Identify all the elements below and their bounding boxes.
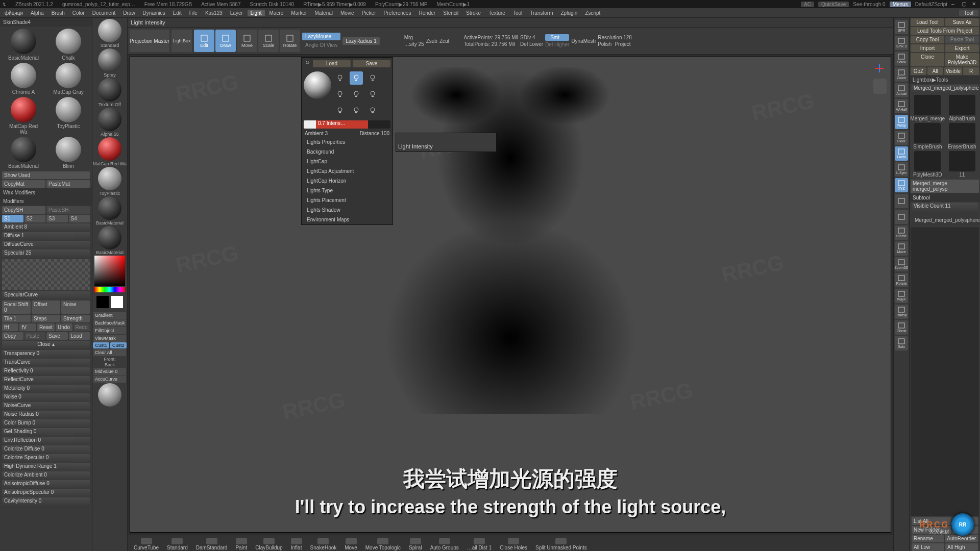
slider-transcurve[interactable]: TransCurve [2,359,90,367]
slider-colorize[interactable]: Colorize Specular 0 [2,454,90,462]
light-ambient-slider[interactable]: Ambient 3 [305,131,328,136]
accu-slider[interactable]: AccuCurve [93,375,126,383]
brush-standard[interactable]: Standard [167,538,188,550]
dynamesh-button[interactable]: DynaMesh [571,38,596,44]
bfm-button[interactable]: BackfaceMask [93,319,126,327]
slider-reflectivity[interactable]: Reflectivity 0 [2,367,90,375]
menu-brush[interactable]: Brush [48,10,68,16]
subtool-row[interactable]: Merged_merged_polysphere 👁 [911,212,979,228]
slider-noise[interactable]: Noise 0 [2,393,90,402]
nav-transp[interactable]: Transp [895,305,908,319]
light-section-lights type[interactable]: Lights Type [302,186,393,195]
nav-floor[interactable]: Floor [895,131,908,145]
copymat-button[interactable]: CopyMat [2,180,45,188]
rename-button[interactable]: Rename [912,535,944,542]
clear-all-button[interactable]: Clear All [93,349,126,356]
nav-blank[interactable] [895,194,908,208]
slider-specular[interactable]: Specular 25 [2,249,90,258]
quickpick-standard[interactable] [98,19,121,42]
menu-document[interactable]: Document [89,10,119,16]
quickpick-toyplastic[interactable] [98,167,121,190]
brush-claybuildup[interactable]: ClayBuildup [255,538,282,550]
menu-marker[interactable]: Marker [288,10,310,16]
brush-split unmasked points[interactable]: Split Unmasked Points [535,538,587,550]
save as-button[interactable]: Save As [945,18,979,26]
load-button[interactable]: Load [69,332,90,340]
menu-transform[interactable]: Transform [527,10,556,16]
menu-render[interactable]: Render [415,10,438,16]
minimize-icon[interactable]: – [951,1,958,7]
menu-zplugin[interactable]: Zplugin [558,10,581,16]
slider-metalicity[interactable]: Metalicity 0 [2,385,90,393]
nav-rotate[interactable]: Rotate [895,273,908,287]
menu-movie[interactable]: Movie [337,10,357,16]
light-slot-5[interactable] [350,88,363,101]
nav-scroll[interactable]: Scroll [895,52,908,66]
light-slot-6[interactable] [366,88,379,101]
brush-move topologic[interactable]: Move Topologic [365,538,401,550]
all-button[interactable]: All [927,67,943,75]
menu-tool[interactable]: Tool [510,10,525,16]
tool-thumb-alphabrush[interactable] [949,95,975,115]
slider-color[interactable]: Color Bump 0 [2,419,90,428]
sdiv-slider[interactable]: SDiv 4 [520,35,543,40]
tool-thumb-eraserbrush[interactable] [949,123,975,143]
undo-button[interactable]: Undo [56,323,72,331]
nav-local[interactable]: Local [895,146,908,161]
slider-colorize[interactable]: Colorize Diffuse 0 [2,445,90,454]
menu-edit[interactable]: Edit [170,10,185,16]
reset-button[interactable]: Reset [37,323,55,331]
strength-slider[interactable]: Strength [61,315,90,322]
menu-tool[interactable]: Tool [959,10,978,16]
copysh-button[interactable]: CopySH [2,206,45,214]
light-intensity-slider[interactable]: 0.7 Intens… [304,120,390,129]
axis-gizmo[interactable] [872,61,887,76]
lazyradius-slider[interactable]: LazyRadius 1 [342,37,380,45]
r-button[interactable]: R [963,67,979,75]
vm-button[interactable]: ViewMask [93,335,126,342]
zsub-label[interactable]: Zsub [426,38,437,44]
light-section-background[interactable]: Background [302,147,393,157]
redo-button[interactable]: Redo [74,323,90,331]
steps-slider[interactable]: Steps [32,315,60,322]
quickpick-matcap red wa[interactable] [98,137,121,161]
visible-button[interactable]: Visible [944,67,962,75]
light-section-lights placement[interactable]: Lights Placement [302,195,393,205]
light-load-button[interactable]: Load [313,60,351,67]
maximize-icon[interactable]: ▢ [962,1,968,7]
nav-l.sym[interactable]: L.Sym [895,162,908,177]
offset-slider[interactable]: Offset [32,300,60,314]
menu-фйцчци[interactable]: фйцчци [2,10,26,16]
menu-dynamics[interactable]: Dynamics [140,10,168,16]
material-basicmaterial[interactable] [11,137,36,162]
menu-material[interactable]: Material [311,10,336,16]
brush-spiral[interactable]: Spiral [409,538,422,550]
lightbox-button[interactable]: LightBox [172,30,192,52]
shader-s3[interactable]: S3 [46,215,68,222]
material-toyplastic[interactable] [56,97,81,122]
nav-polyf[interactable]: PolyF [895,289,908,303]
fv-button[interactable]: fV [19,323,36,331]
paste-button[interactable]: Paste [24,332,46,340]
material-chalk[interactable] [56,29,81,54]
grad-button[interactable]: Gradient [93,312,126,319]
nav-zoom[interactable]: Zoom [895,67,908,82]
subtool-header[interactable]: Subtool [913,195,930,201]
menu-file[interactable]: File [186,10,201,16]
tool-long-name[interactable]: Merged_merge merged_polysp [911,180,979,193]
move-mode-button[interactable]: Move [237,30,257,52]
light-section-lights shadow[interactable]: Lights Shadow [302,205,393,215]
light-distance-slider[interactable]: Distance 100 [360,131,389,136]
menu-layer[interactable]: Layer [227,10,246,16]
light-slot-8[interactable] [350,104,363,117]
slider-colorize[interactable]: Colorize Ambient 0 [2,471,90,480]
modifiers-header[interactable]: Modifiers [0,197,92,206]
slider-cavityintensity[interactable]: CavityIntensity 0 [2,497,90,506]
light-section-environment maps[interactable]: Environment Maps [302,215,393,224]
edit-mode-button[interactable]: Edit [194,30,214,52]
menu-kas123[interactable]: Kas123 [202,10,226,16]
tool-thumb-count[interactable] [949,151,975,171]
brush-…ail dist 1[interactable]: …ail Dist 1 [467,538,492,550]
tile-slider[interactable]: Tile 1 [2,315,31,322]
brush-damstandard[interactable]: DamStandard [196,538,228,550]
